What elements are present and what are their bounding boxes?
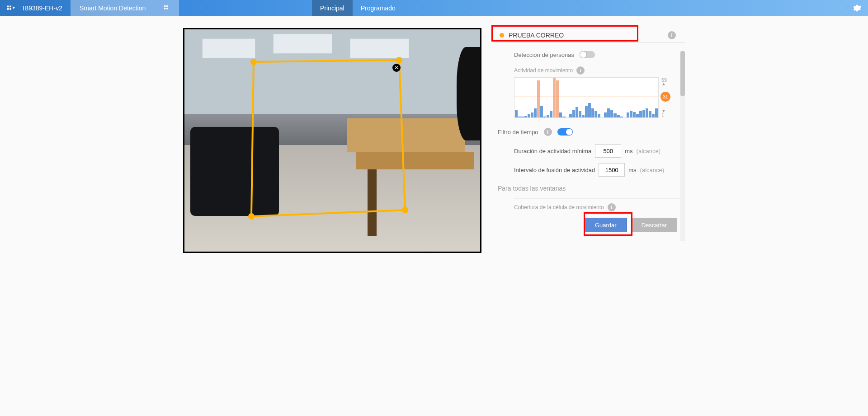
video-placeholder-scene — [184, 29, 480, 252]
chart-ymin: 1 — [661, 112, 664, 118]
chart-bar — [524, 116, 527, 117]
chart-bar — [620, 117, 623, 117]
time-filter-toggle[interactable] — [557, 128, 573, 136]
range-hint: (alcance) — [637, 148, 660, 154]
time-filter-label: Filtro de tiempo — [498, 129, 538, 136]
info-icon[interactable]: i — [608, 203, 616, 211]
chart-bar — [537, 80, 540, 117]
chart-bar — [627, 112, 629, 117]
info-icon[interactable]: i — [668, 31, 676, 39]
threshold-slider[interactable]: 31 — [660, 92, 670, 102]
chart-bar — [594, 111, 597, 117]
info-icon[interactable]: i — [544, 128, 552, 136]
chart-bar — [553, 78, 556, 117]
chart-bar — [613, 113, 616, 117]
chart-bar — [540, 106, 543, 117]
save-button[interactable]: Guardar — [585, 218, 627, 232]
tab-principal[interactable]: Principal — [312, 0, 353, 16]
chart-bar — [655, 108, 658, 117]
threshold-up-icon[interactable]: ▲ — [661, 83, 666, 85]
roi-delete-icon[interactable]: ✕ — [392, 64, 401, 72]
top-bar: IB9389-EH-v2 Smart Motion Detection Prin… — [0, 0, 868, 16]
scrollbar-thumb[interactable] — [680, 51, 685, 96]
chart-bar — [610, 110, 613, 117]
unit-ms: ms — [625, 148, 632, 154]
coverage-label: Cobertura de la célula de movimiento — [514, 204, 604, 210]
feature-tab-label: Smart Motion Detection — [80, 5, 146, 12]
rule-status-dot-icon — [500, 33, 504, 37]
chart-bar — [528, 114, 530, 117]
chart-bar — [543, 117, 546, 117]
settings-button[interactable] — [852, 0, 862, 16]
svg-rect-1 — [166, 5, 168, 7]
motion-activity-chart — [514, 77, 659, 118]
svg-rect-3 — [166, 8, 168, 9]
svg-rect-0 — [164, 5, 166, 7]
live-video[interactable]: ✕ — [183, 28, 481, 253]
chart-bar — [633, 112, 636, 117]
chart-bar — [576, 107, 578, 117]
chart-bar — [579, 111, 581, 117]
chart-bar — [642, 110, 645, 117]
view-grid-icon[interactable] — [164, 5, 170, 11]
chart-bar — [604, 112, 607, 117]
motion-activity-label: Actividad de movimiento — [514, 67, 573, 74]
discard-button[interactable]: Descartar — [632, 218, 677, 232]
settings-panel: PRUEBA CORREO i Detección de personas Ac… — [495, 28, 685, 253]
merge-interval-label: Intervalo de fusión de actividad — [514, 167, 595, 173]
chart-bar — [547, 115, 549, 117]
schedule-tabs: Principal Programado — [312, 0, 404, 16]
chart-bar — [646, 108, 648, 117]
all-windows-heading: Para todas las ventanas — [498, 185, 680, 192]
chart-bar — [550, 111, 552, 117]
chart-bar — [591, 108, 594, 117]
min-duration-input[interactable] — [595, 144, 621, 158]
chart-bar — [585, 106, 588, 117]
chart-bar — [582, 115, 585, 117]
unit-ms: ms — [628, 167, 636, 173]
range-hint: (alcance) — [640, 167, 664, 173]
video-column: ✕ — [183, 28, 481, 253]
feature-tab-smart-motion[interactable]: Smart Motion Detection — [71, 0, 179, 16]
threshold-line — [514, 97, 658, 97]
brand-logo — [0, 3, 22, 13]
rule-name: PRUEBA CORREO — [509, 32, 564, 39]
svg-rect-2 — [164, 8, 166, 9]
chart-bar — [588, 103, 591, 117]
chart-bar — [639, 111, 642, 117]
rule-header[interactable]: PRUEBA CORREO i — [495, 28, 685, 43]
chart-bar — [521, 117, 524, 117]
chart-bar — [559, 112, 562, 117]
info-icon[interactable]: i — [576, 66, 585, 75]
tab-programado[interactable]: Programado — [353, 0, 404, 16]
device-model: IB9389-EH-v2 — [22, 5, 71, 12]
chart-bar — [649, 111, 651, 117]
chart-bar — [630, 111, 632, 117]
chart-bar — [617, 115, 620, 117]
chart-bar — [556, 80, 559, 117]
chart-bar — [562, 117, 565, 117]
chart-bar — [531, 112, 533, 117]
min-duration-label: Duración de actividad mínima — [514, 148, 591, 154]
chart-bar — [569, 114, 572, 117]
merge-interval-input[interactable] — [599, 163, 625, 177]
chart-bar — [607, 108, 610, 117]
chart-bar — [652, 114, 655, 117]
chart-bar — [598, 114, 600, 117]
person-detection-label: Detección de personas — [514, 51, 574, 58]
chart-bar — [515, 110, 518, 117]
person-detection-toggle[interactable] — [580, 51, 595, 58]
chart-bar — [534, 108, 537, 117]
chart-bar — [636, 114, 639, 117]
chart-bar — [518, 117, 521, 117]
chart-bar — [572, 110, 575, 117]
